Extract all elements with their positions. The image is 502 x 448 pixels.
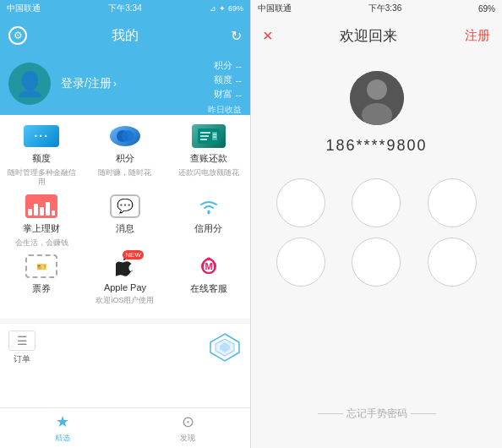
grid-item-bill[interactable]: 查账还款 还款闪电放额随花 xyxy=(172,123,246,187)
ticket-icon: 🎫 xyxy=(25,254,57,278)
applepay-icon-box: NEW xyxy=(106,254,144,279)
bottom-area-right: 忘记手势密码 xyxy=(251,302,502,448)
service-label: 在线客服 xyxy=(190,282,227,295)
header-right: × 欢迎回来 注册 xyxy=(251,17,502,54)
grid-item-applepay[interactable]: NEW Apple Pay 欢迎iOS用户使用 xyxy=(88,254,162,305)
svg-text:M: M xyxy=(205,261,212,271)
close-button[interactable]: × xyxy=(263,26,273,46)
grid-item-ticket[interactable]: 🎫 票券 xyxy=(4,254,79,305)
points-icon xyxy=(110,126,140,146)
forget-password-text[interactable]: 忘记手势密码 xyxy=(346,407,407,421)
manage-label: 掌上理财 xyxy=(23,222,60,235)
chart-bar-2 xyxy=(34,204,38,216)
discover-label: 发现 xyxy=(180,433,195,444)
refresh-icon[interactable]: ↻ xyxy=(231,28,242,44)
stat-quota: 额度 -- xyxy=(214,74,242,86)
diamond-section[interactable] xyxy=(208,331,242,364)
credit-score-label: 信用分 xyxy=(194,222,222,235)
avatar-left[interactable]: 👤 xyxy=(8,63,51,105)
grid-row-1: 额度 随时管理多种金融信用 积分 随时赚，随时花 xyxy=(0,123,250,187)
stat-points-value: -- xyxy=(236,61,242,71)
grid-row-2: 掌上理财 会生活，会赚钱 💬 消息 xyxy=(0,194,250,248)
new-badge: NEW xyxy=(123,250,144,260)
location-icon: ⊿ xyxy=(210,4,216,13)
nav-item-discover[interactable]: ⊙ 发现 xyxy=(125,408,250,448)
stat-quota-value: -- xyxy=(236,75,242,85)
credit-icon-box xyxy=(23,123,60,149)
grid-item-msg[interactable]: 💬 消息 xyxy=(88,194,162,248)
pin-circle-1[interactable] xyxy=(276,178,325,227)
stat-points: 积分 -- xyxy=(214,59,242,72)
login-label: 登录/注册 xyxy=(61,76,112,91)
bottom-section: ☰ 订单 xyxy=(0,324,250,407)
pin-circle-3[interactable] xyxy=(428,178,477,227)
diamond-icon xyxy=(208,331,242,364)
carrier-left: 中国联通 xyxy=(7,3,41,14)
order-label: 订单 xyxy=(14,353,30,365)
stat-quota-label: 额度 xyxy=(214,74,232,86)
stats-panel: 积分 -- 额度 -- 财富 -- 昨日收益 xyxy=(208,59,242,116)
msg-icon: 💬 xyxy=(110,194,140,218)
msg-label: 消息 xyxy=(116,222,134,235)
status-bar-left: 中国联通 下午3:34 ⊿ ✦ 69% xyxy=(0,0,250,17)
credit-score-icon-box xyxy=(190,194,227,219)
grid-item-points[interactable]: 积分 随时赚，随时花 xyxy=(88,123,162,187)
bill-sublabel: 还款闪电放额随花 xyxy=(178,168,239,178)
chart-bar-4 xyxy=(46,202,50,216)
login-register-button[interactable]: 登录/注册 › xyxy=(61,76,117,91)
points-icon-box xyxy=(106,123,144,149)
time-right: 下午3:36 xyxy=(368,3,401,14)
stat-points-label: 积分 xyxy=(214,59,232,72)
carrier-right: 中国联通 xyxy=(258,3,292,14)
pin-circle-6[interactable] xyxy=(428,238,477,287)
msg-icon-box: 💬 xyxy=(106,194,144,219)
profile-section: 👤 登录/注册 › 积分 -- 额度 -- 财富 -- 昨日收益 xyxy=(0,54,250,115)
chart-icon xyxy=(25,194,57,218)
bill-icon xyxy=(192,124,226,148)
bill-label: 查账还款 xyxy=(190,152,227,165)
nav-item-home[interactable]: ★ 精选 xyxy=(0,408,125,448)
points-label: 积分 xyxy=(116,152,134,165)
service-icon-box: M xyxy=(190,254,227,279)
bottom-nav: ★ 精选 ⊙ 发现 xyxy=(0,407,250,448)
welcome-title: 欢迎回来 xyxy=(340,26,397,46)
pin-circle-4[interactable] xyxy=(276,238,325,287)
apple-icon: NEW xyxy=(110,254,140,279)
chart-bar-5 xyxy=(52,210,56,216)
order-icon: ☰ xyxy=(8,331,35,351)
time-left: 下午3:34 xyxy=(108,3,141,14)
bill-icon-box xyxy=(190,123,227,149)
applepay-sublabel: 欢迎iOS用户使用 xyxy=(95,296,154,305)
stat-wealth: 财富 -- xyxy=(214,88,242,101)
grid-item-service[interactable]: M 在线客服 xyxy=(172,254,246,305)
order-item[interactable]: ☰ 订单 xyxy=(8,331,35,365)
yesterday-earnings: 昨日收益 xyxy=(208,104,242,116)
stat-wealth-label: 财富 xyxy=(214,88,232,101)
grid-item-credit-score[interactable]: 信用分 xyxy=(172,194,246,248)
arrow-icon: › xyxy=(113,78,117,90)
header-left: ⚙ 我的 ↻ xyxy=(0,17,250,54)
battery-right: 69% xyxy=(478,4,495,14)
home-label: 精选 xyxy=(55,433,70,444)
bluetooth-icon: ✦ xyxy=(219,4,226,13)
manage-sublabel: 会生活，会赚钱 xyxy=(15,238,68,248)
grid-section-1: 额度 随时管理多种金融信用 积分 随时赚，随时花 xyxy=(0,115,250,319)
deco-line-right xyxy=(411,413,436,414)
person-icon: 👤 xyxy=(15,70,45,98)
manage-icon-box xyxy=(23,194,60,219)
grid-item-credit[interactable]: 额度 随时管理多种金融信用 xyxy=(4,123,79,187)
avatar-right xyxy=(350,71,404,125)
register-button[interactable]: 注册 xyxy=(465,28,490,44)
ticket-icon-box: 🎫 xyxy=(23,254,60,279)
pin-circle-2[interactable] xyxy=(352,178,401,227)
discover-icon: ⊙ xyxy=(182,412,194,431)
right-panel: 中国联通 下午3:36 69% × 欢迎回来 注册 186****9800 xyxy=(251,0,502,448)
chart-bar-3 xyxy=(40,207,44,216)
ticket-label: 票券 xyxy=(32,282,51,295)
home-icon: ★ xyxy=(56,412,69,431)
credit-sublabel: 随时管理多种金融信用 xyxy=(4,168,79,187)
gear-icon[interactable]: ⚙ xyxy=(8,26,27,45)
pin-circle-5[interactable] xyxy=(352,238,401,287)
grid-item-manage[interactable]: 掌上理财 会生活，会赚钱 xyxy=(4,194,79,248)
battery-left: 69% xyxy=(228,4,243,13)
